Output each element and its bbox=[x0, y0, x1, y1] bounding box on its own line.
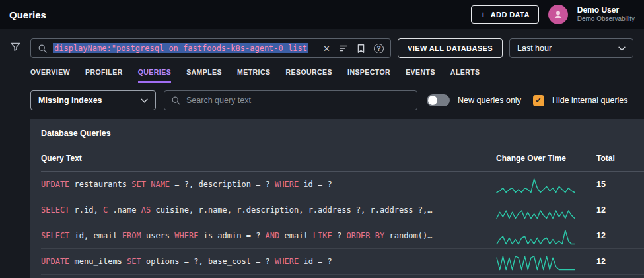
top-header: Queries + ADD DATA Demo User Demo Observ… bbox=[0, 0, 644, 29]
plus-icon: + bbox=[480, 10, 486, 19]
table-row[interactable]: SELECT r.id, C .name AS cuisine, r.name,… bbox=[41, 197, 644, 223]
search-icon bbox=[171, 96, 181, 106]
new-queries-label: New queries only bbox=[458, 96, 521, 105]
searchbox-icons: ✕ ? bbox=[323, 44, 384, 53]
new-queries-toggle[interactable] bbox=[427, 94, 450, 106]
table-header: Query Text Change Over Time Total bbox=[41, 154, 644, 172]
table-row[interactable]: UPDATE menu_items SET options = ?, base_… bbox=[41, 249, 644, 275]
user-org: Demo Observability bbox=[577, 15, 635, 24]
tab-overview[interactable]: OVERVIEW bbox=[30, 68, 70, 83]
table-row[interactable]: UPDATE restaurants SET NAME = ?, descrip… bbox=[41, 172, 644, 197]
user-menu[interactable]: Demo User Demo Observability bbox=[577, 5, 635, 24]
query-text-search[interactable] bbox=[164, 90, 417, 110]
left-rail bbox=[0, 29, 30, 278]
time-range-value: Last hour bbox=[517, 44, 552, 53]
query-text: UPDATE restaurants SET NAME = ?, descrip… bbox=[41, 180, 496, 189]
query-text: SELECT id, email FROM users WHERE is_adm… bbox=[41, 231, 496, 240]
column-query-text: Query Text bbox=[41, 154, 496, 163]
clear-search-icon[interactable]: ✕ bbox=[323, 44, 330, 53]
sparkline-chart bbox=[496, 227, 596, 245]
add-data-button[interactable]: + ADD DATA bbox=[471, 5, 539, 24]
page-title: Queries bbox=[9, 9, 46, 20]
filters-row: Missing Indexes New queries only ✓ Hide … bbox=[30, 90, 633, 110]
avatar[interactable] bbox=[548, 5, 568, 24]
search-row: displayName:"postgresql on fastfoods-k8s… bbox=[30, 38, 633, 58]
query-total: 12 bbox=[596, 257, 644, 266]
database-search-input[interactable]: displayName:"postgresql on fastfoods-k8s… bbox=[30, 38, 391, 58]
help-icon[interactable]: ? bbox=[374, 44, 384, 53]
panel-title: Database Queries bbox=[41, 129, 644, 138]
toggle-knob bbox=[428, 96, 437, 105]
main-column: displayName:"postgresql on fastfoods-k8s… bbox=[30, 29, 644, 278]
search-icon bbox=[38, 44, 48, 53]
tab-bar: OVERVIEW PROFILER QUERIES SAMPLES METRIC… bbox=[30, 68, 633, 83]
sparkline-chart bbox=[496, 253, 596, 271]
hide-internal-label: Hide internal queries bbox=[552, 96, 628, 105]
tab-resources[interactable]: RESOURCES bbox=[285, 68, 332, 83]
view-all-databases-button[interactable]: VIEW ALL DATABASES bbox=[398, 38, 503, 58]
query-total: 12 bbox=[596, 205, 644, 215]
query-text: SELECT r.id, C .name AS cuisine, r.name,… bbox=[41, 205, 496, 215]
tab-inspector[interactable]: INSPECTOR bbox=[347, 68, 390, 83]
tab-alerts[interactable]: ALERTS bbox=[450, 68, 480, 83]
tab-samples[interactable]: SAMPLES bbox=[186, 68, 222, 83]
search-query-text: displayName:"postgresql on fastfoods-k8s… bbox=[53, 43, 308, 53]
user-name: Demo User bbox=[577, 5, 635, 15]
chevron-down-icon bbox=[618, 46, 626, 51]
sparkline-chart bbox=[496, 201, 596, 219]
query-table-body: UPDATE restaurants SET NAME = ?, descrip… bbox=[41, 172, 644, 275]
person-icon bbox=[552, 9, 564, 20]
hide-internal-checkbox[interactable]: ✓ bbox=[533, 95, 544, 106]
query-search-input[interactable] bbox=[186, 96, 410, 105]
content-area: displayName:"postgresql on fastfoods-k8s… bbox=[0, 29, 644, 278]
chevron-down-icon bbox=[141, 98, 148, 103]
table-row[interactable]: SELECT id, email FROM users WHERE is_adm… bbox=[41, 223, 644, 249]
tab-metrics[interactable]: METRICS bbox=[237, 68, 270, 83]
tab-queries[interactable]: QUERIES bbox=[138, 68, 171, 83]
query-total: 12 bbox=[596, 231, 644, 240]
tab-events[interactable]: EVENTS bbox=[406, 68, 435, 83]
column-total: Total bbox=[596, 154, 644, 163]
add-data-label: ADD DATA bbox=[491, 11, 530, 18]
query-total: 15 bbox=[596, 180, 644, 189]
filter-list-icon[interactable] bbox=[339, 44, 348, 53]
sparkline-chart bbox=[496, 176, 596, 193]
query-text: UPDATE menu_items SET options = ?, base_… bbox=[41, 257, 496, 266]
filter-funnel-icon[interactable] bbox=[10, 41, 21, 52]
bookmark-icon[interactable] bbox=[357, 44, 365, 53]
time-range-select[interactable]: Last hour bbox=[509, 38, 633, 58]
column-change-over-time: Change Over Time bbox=[496, 154, 596, 163]
tab-profiler[interactable]: PROFILER bbox=[85, 68, 123, 83]
query-filter-select[interactable]: Missing Indexes bbox=[30, 90, 156, 110]
query-filter-value: Missing Indexes bbox=[38, 96, 102, 105]
database-queries-panel: Database Queries Query Text Change Over … bbox=[30, 119, 644, 278]
